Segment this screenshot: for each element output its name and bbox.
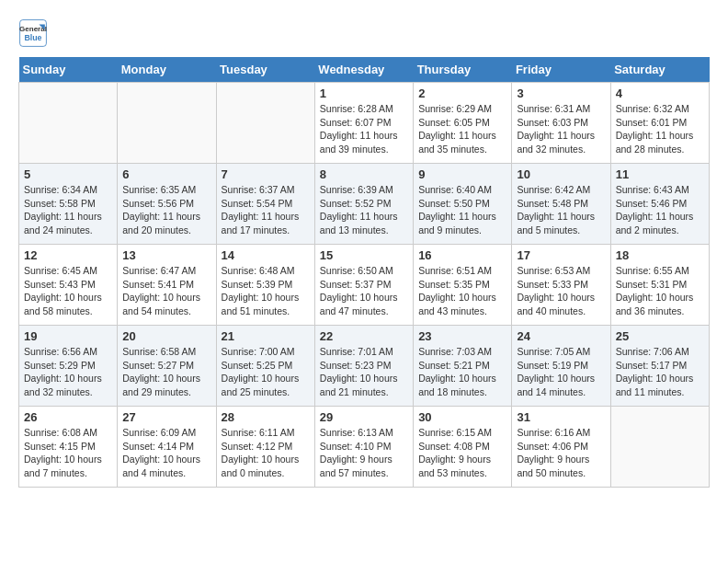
- day-info: Sunrise: 6:13 AM Sunset: 4:10 PM Dayligh…: [320, 426, 408, 480]
- day-number: 20: [122, 329, 210, 343]
- day-number: 19: [24, 329, 112, 343]
- day-number: 28: [222, 410, 310, 424]
- calendar-cell: 29Sunrise: 6:13 AM Sunset: 4:10 PM Dayli…: [314, 407, 413, 488]
- calendar-cell: 24Sunrise: 7:05 AM Sunset: 5:19 PM Dayli…: [512, 326, 610, 407]
- day-number: 26: [24, 410, 112, 424]
- day-number: 17: [517, 248, 605, 262]
- day-info: Sunrise: 6:35 AM Sunset: 5:56 PM Dayligh…: [122, 183, 210, 237]
- calendar-cell: 12Sunrise: 6:45 AM Sunset: 5:43 PM Dayli…: [19, 245, 118, 326]
- day-info: Sunrise: 7:03 AM Sunset: 5:21 PM Dayligh…: [418, 345, 506, 399]
- calendar-cell: 11Sunrise: 6:43 AM Sunset: 5:46 PM Dayli…: [610, 164, 709, 245]
- calendar-cell: 14Sunrise: 6:48 AM Sunset: 5:39 PM Dayli…: [216, 245, 314, 326]
- day-number: 21: [222, 329, 310, 343]
- calendar-cell: [118, 83, 216, 164]
- day-info: Sunrise: 6:32 AM Sunset: 6:01 PM Dayligh…: [616, 102, 704, 156]
- calendar-cell: 19Sunrise: 6:56 AM Sunset: 5:29 PM Dayli…: [19, 326, 118, 407]
- day-info: Sunrise: 6:31 AM Sunset: 6:03 PM Dayligh…: [517, 102, 605, 156]
- calendar-cell: 7Sunrise: 6:37 AM Sunset: 5:54 PM Daylig…: [216, 164, 314, 245]
- calendar-week-row: 19Sunrise: 6:56 AM Sunset: 5:29 PM Dayli…: [19, 326, 710, 407]
- day-info: Sunrise: 6:40 AM Sunset: 5:50 PM Dayligh…: [418, 183, 506, 237]
- day-info: Sunrise: 7:05 AM Sunset: 5:19 PM Dayligh…: [517, 345, 605, 399]
- header-thursday: Thursday: [414, 57, 512, 83]
- calendar-cell: 26Sunrise: 6:08 AM Sunset: 4:15 PM Dayli…: [19, 407, 118, 488]
- day-number: 10: [517, 167, 605, 181]
- calendar-cell: 1Sunrise: 6:28 AM Sunset: 6:07 PM Daylig…: [314, 83, 413, 164]
- header-sunday: Sunday: [19, 57, 118, 83]
- calendar-cell: 23Sunrise: 7:03 AM Sunset: 5:21 PM Dayli…: [414, 326, 512, 407]
- day-number: 15: [320, 248, 408, 262]
- day-number: 3: [517, 86, 605, 100]
- day-number: 24: [517, 329, 605, 343]
- day-info: Sunrise: 6:45 AM Sunset: 5:43 PM Dayligh…: [24, 264, 112, 318]
- header-friday: Friday: [512, 57, 610, 83]
- day-info: Sunrise: 6:16 AM Sunset: 4:06 PM Dayligh…: [517, 426, 605, 480]
- calendar-cell: 15Sunrise: 6:50 AM Sunset: 5:37 PM Dayli…: [314, 245, 413, 326]
- day-info: Sunrise: 6:37 AM Sunset: 5:54 PM Dayligh…: [222, 183, 310, 237]
- day-info: Sunrise: 6:34 AM Sunset: 5:58 PM Dayligh…: [24, 183, 112, 237]
- logo: General Blue: [18, 18, 51, 48]
- day-number: 29: [320, 410, 408, 424]
- calendar-cell: 2Sunrise: 6:29 AM Sunset: 6:05 PM Daylig…: [414, 83, 512, 164]
- day-info: Sunrise: 7:00 AM Sunset: 5:25 PM Dayligh…: [222, 345, 310, 399]
- day-info: Sunrise: 6:58 AM Sunset: 5:27 PM Dayligh…: [122, 345, 210, 399]
- calendar-cell: 20Sunrise: 6:58 AM Sunset: 5:27 PM Dayli…: [118, 326, 216, 407]
- day-number: 14: [222, 248, 310, 262]
- day-number: 7: [222, 167, 310, 181]
- day-number: 13: [122, 248, 210, 262]
- calendar-cell: [216, 83, 314, 164]
- day-info: Sunrise: 6:50 AM Sunset: 5:37 PM Dayligh…: [320, 264, 408, 318]
- day-number: 6: [122, 167, 210, 181]
- day-number: 1: [320, 86, 408, 100]
- logo-icon: General Blue: [18, 18, 48, 48]
- day-info: Sunrise: 6:39 AM Sunset: 5:52 PM Dayligh…: [320, 183, 408, 237]
- day-number: 8: [320, 167, 408, 181]
- calendar-week-row: 12Sunrise: 6:45 AM Sunset: 5:43 PM Dayli…: [19, 245, 710, 326]
- day-info: Sunrise: 6:09 AM Sunset: 4:14 PM Dayligh…: [122, 426, 210, 480]
- day-info: Sunrise: 6:51 AM Sunset: 5:35 PM Dayligh…: [418, 264, 506, 318]
- day-info: Sunrise: 6:55 AM Sunset: 5:31 PM Dayligh…: [616, 264, 704, 318]
- day-info: Sunrise: 6:47 AM Sunset: 5:41 PM Dayligh…: [122, 264, 210, 318]
- header-tuesday: Tuesday: [216, 57, 314, 83]
- calendar-week-row: 5Sunrise: 6:34 AM Sunset: 5:58 PM Daylig…: [19, 164, 710, 245]
- calendar-header-row: SundayMondayTuesdayWednesdayThursdayFrid…: [19, 57, 710, 83]
- day-number: 2: [418, 86, 506, 100]
- header-saturday: Saturday: [610, 57, 709, 83]
- day-number: 9: [418, 167, 506, 181]
- svg-text:Blue: Blue: [24, 33, 41, 42]
- day-info: Sunrise: 6:43 AM Sunset: 5:46 PM Dayligh…: [616, 183, 704, 237]
- calendar-cell: 13Sunrise: 6:47 AM Sunset: 5:41 PM Dayli…: [118, 245, 216, 326]
- day-number: 30: [418, 410, 506, 424]
- calendar-cell: 9Sunrise: 6:40 AM Sunset: 5:50 PM Daylig…: [414, 164, 512, 245]
- calendar-cell: 6Sunrise: 6:35 AM Sunset: 5:56 PM Daylig…: [118, 164, 216, 245]
- day-number: 11: [616, 167, 704, 181]
- calendar-cell: 28Sunrise: 6:11 AM Sunset: 4:12 PM Dayli…: [216, 407, 314, 488]
- day-info: Sunrise: 6:28 AM Sunset: 6:07 PM Dayligh…: [320, 102, 408, 156]
- day-number: 16: [418, 248, 506, 262]
- day-info: Sunrise: 6:15 AM Sunset: 4:08 PM Dayligh…: [418, 426, 506, 480]
- calendar-cell: 17Sunrise: 6:53 AM Sunset: 5:33 PM Dayli…: [512, 245, 610, 326]
- day-info: Sunrise: 6:56 AM Sunset: 5:29 PM Dayligh…: [24, 345, 112, 399]
- day-number: 5: [24, 167, 112, 181]
- calendar-cell: [610, 407, 709, 488]
- day-number: 25: [616, 329, 704, 343]
- calendar-cell: 10Sunrise: 6:42 AM Sunset: 5:48 PM Dayli…: [512, 164, 610, 245]
- day-number: 18: [616, 248, 704, 262]
- calendar-cell: 31Sunrise: 6:16 AM Sunset: 4:06 PM Dayli…: [512, 407, 610, 488]
- calendar-week-row: 26Sunrise: 6:08 AM Sunset: 4:15 PM Dayli…: [19, 407, 710, 488]
- calendar-week-row: 1Sunrise: 6:28 AM Sunset: 6:07 PM Daylig…: [19, 83, 710, 164]
- day-number: 12: [24, 248, 112, 262]
- calendar-table: SundayMondayTuesdayWednesdayThursdayFrid…: [18, 57, 710, 488]
- calendar-cell: 27Sunrise: 6:09 AM Sunset: 4:14 PM Dayli…: [118, 407, 216, 488]
- day-number: 4: [616, 86, 704, 100]
- calendar-cell: [19, 83, 118, 164]
- day-info: Sunrise: 6:42 AM Sunset: 5:48 PM Dayligh…: [517, 183, 605, 237]
- calendar-cell: 4Sunrise: 6:32 AM Sunset: 6:01 PM Daylig…: [610, 83, 709, 164]
- calendar-cell: 5Sunrise: 6:34 AM Sunset: 5:58 PM Daylig…: [19, 164, 118, 245]
- day-info: Sunrise: 6:53 AM Sunset: 5:33 PM Dayligh…: [517, 264, 605, 318]
- day-info: Sunrise: 6:11 AM Sunset: 4:12 PM Dayligh…: [222, 426, 310, 480]
- day-number: 23: [418, 329, 506, 343]
- header-monday: Monday: [118, 57, 216, 83]
- calendar-cell: 30Sunrise: 6:15 AM Sunset: 4:08 PM Dayli…: [414, 407, 512, 488]
- calendar-cell: 3Sunrise: 6:31 AM Sunset: 6:03 PM Daylig…: [512, 83, 610, 164]
- day-info: Sunrise: 6:29 AM Sunset: 6:05 PM Dayligh…: [418, 102, 506, 156]
